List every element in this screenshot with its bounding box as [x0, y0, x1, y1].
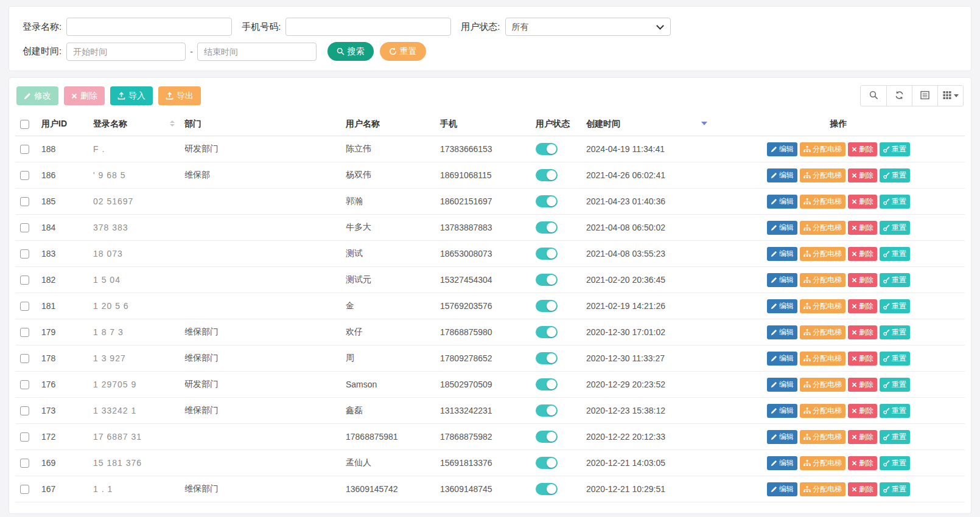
edit-action-button[interactable]: 编辑	[767, 247, 797, 261]
modify-button[interactable]: 修改	[16, 86, 58, 105]
reset-password-action-button[interactable]: 重置	[880, 299, 910, 313]
delete-action-button[interactable]: 删除	[848, 168, 877, 182]
assign-elevator-action-button[interactable]: 分配电梯	[800, 168, 845, 182]
user-status-toggle[interactable]	[536, 195, 558, 207]
user-status-toggle[interactable]	[536, 352, 558, 364]
reset-password-action-button[interactable]: 重置	[880, 352, 910, 366]
edit-action-button[interactable]: 编辑	[767, 142, 797, 156]
search-button[interactable]: 搜索	[327, 42, 374, 61]
assign-elevator-action-button[interactable]: 分配电梯	[800, 430, 845, 444]
user-status-toggle[interactable]	[536, 431, 558, 443]
row-checkbox[interactable]	[20, 249, 29, 258]
reset-password-action-button[interactable]: 重置	[880, 273, 910, 287]
login-name-input[interactable]	[66, 18, 232, 36]
user-status-toggle[interactable]	[536, 378, 558, 390]
reset-password-action-button[interactable]: 重置	[880, 430, 910, 444]
delete-action-button[interactable]: 删除	[848, 142, 877, 156]
delete-action-button[interactable]: 删除	[848, 247, 877, 261]
user-status-toggle[interactable]	[536, 326, 558, 338]
assign-elevator-action-button[interactable]: 分配电梯	[800, 247, 845, 261]
row-checkbox[interactable]	[20, 223, 29, 232]
edit-action-button[interactable]: 编辑	[767, 325, 797, 339]
reset-password-action-button[interactable]: 重置	[880, 456, 910, 470]
delete-action-button[interactable]: 删除	[848, 456, 877, 470]
row-checkbox[interactable]	[20, 354, 29, 363]
select-all-checkbox[interactable]	[20, 120, 29, 129]
col-created-time[interactable]: 创建时间	[586, 119, 620, 128]
edit-action-button[interactable]: 编辑	[767, 404, 797, 418]
user-status-toggle[interactable]	[536, 221, 558, 234]
delete-action-button[interactable]: 删除	[848, 325, 877, 339]
delete-button[interactable]: 删除	[64, 86, 105, 105]
edit-action-button[interactable]: 编辑	[767, 299, 797, 313]
delete-action-button[interactable]: 删除	[848, 404, 877, 418]
user-status-toggle[interactable]	[536, 457, 558, 469]
row-checkbox[interactable]	[20, 302, 29, 311]
row-checkbox[interactable]	[20, 485, 29, 494]
reset-password-action-button[interactable]: 重置	[880, 247, 910, 261]
assign-elevator-action-button[interactable]: 分配电梯	[800, 195, 845, 209]
user-status-toggle[interactable]	[536, 274, 558, 286]
edit-action-button[interactable]: 编辑	[767, 430, 797, 444]
edit-action-button[interactable]: 编辑	[767, 273, 797, 287]
row-checkbox[interactable]	[20, 276, 29, 285]
delete-action-button[interactable]: 删除	[848, 273, 877, 287]
table-refresh-button[interactable]	[886, 86, 912, 106]
import-button[interactable]: 导入	[110, 86, 153, 105]
delete-action-button[interactable]: 删除	[848, 352, 877, 366]
sort-desc-icon[interactable]	[701, 122, 707, 125]
reset-password-action-button[interactable]: 重置	[880, 378, 910, 392]
reset-password-action-button[interactable]: 重置	[880, 325, 910, 339]
delete-action-button[interactable]: 删除	[848, 482, 877, 496]
user-status-toggle[interactable]	[536, 483, 558, 495]
edit-action-button[interactable]: 编辑	[767, 221, 797, 235]
assign-elevator-action-button[interactable]: 分配电梯	[800, 273, 845, 287]
assign-elevator-action-button[interactable]: 分配电梯	[800, 221, 845, 235]
assign-elevator-action-button[interactable]: 分配电梯	[800, 352, 845, 366]
edit-action-button[interactable]: 编辑	[767, 456, 797, 470]
assign-elevator-action-button[interactable]: 分配电梯	[800, 299, 845, 313]
reset-password-action-button[interactable]: 重置	[880, 482, 910, 496]
reset-button[interactable]: 重置	[380, 42, 426, 61]
export-button[interactable]: 导出	[158, 86, 201, 105]
delete-action-button[interactable]: 删除	[848, 430, 877, 444]
phone-input[interactable]	[285, 18, 451, 36]
row-checkbox[interactable]	[20, 406, 29, 415]
detail-view-button[interactable]	[912, 86, 937, 106]
row-checkbox[interactable]	[20, 145, 29, 154]
assign-elevator-action-button[interactable]: 分配电梯	[800, 325, 845, 339]
edit-action-button[interactable]: 编辑	[767, 195, 797, 209]
edit-action-button[interactable]: 编辑	[767, 482, 797, 496]
reset-password-action-button[interactable]: 重置	[880, 404, 910, 418]
delete-action-button[interactable]: 删除	[848, 221, 877, 235]
status-select[interactable]: 所有	[505, 18, 671, 36]
delete-action-button[interactable]: 删除	[848, 378, 877, 392]
edit-action-button[interactable]: 编辑	[767, 352, 797, 366]
row-checkbox[interactable]	[20, 328, 29, 337]
row-checkbox[interactable]	[20, 459, 29, 468]
table-search-button[interactable]	[861, 86, 886, 106]
delete-action-button[interactable]: 删除	[848, 195, 877, 209]
row-checkbox[interactable]	[20, 380, 29, 389]
user-status-toggle[interactable]	[536, 404, 558, 417]
assign-elevator-action-button[interactable]: 分配电梯	[800, 482, 845, 496]
row-checkbox[interactable]	[20, 197, 29, 206]
reset-password-action-button[interactable]: 重置	[880, 195, 910, 209]
sort-both-icon[interactable]	[170, 120, 175, 127]
reset-password-action-button[interactable]: 重置	[880, 168, 910, 182]
user-status-toggle[interactable]	[536, 300, 558, 312]
end-time-input[interactable]	[197, 43, 317, 61]
assign-elevator-action-button[interactable]: 分配电梯	[800, 404, 845, 418]
columns-dropdown-button[interactable]	[937, 86, 963, 106]
edit-action-button[interactable]: 编辑	[767, 168, 797, 182]
reset-password-action-button[interactable]: 重置	[880, 221, 910, 235]
edit-action-button[interactable]: 编辑	[767, 378, 797, 392]
reset-password-action-button[interactable]: 重置	[880, 142, 910, 156]
assign-elevator-action-button[interactable]: 分配电梯	[800, 456, 845, 470]
assign-elevator-action-button[interactable]: 分配电梯	[800, 378, 845, 392]
user-status-toggle[interactable]	[536, 169, 558, 181]
col-login-name[interactable]: 登录名称	[93, 119, 127, 128]
user-status-toggle[interactable]	[536, 143, 558, 155]
delete-action-button[interactable]: 删除	[848, 299, 877, 313]
assign-elevator-action-button[interactable]: 分配电梯	[800, 142, 845, 156]
